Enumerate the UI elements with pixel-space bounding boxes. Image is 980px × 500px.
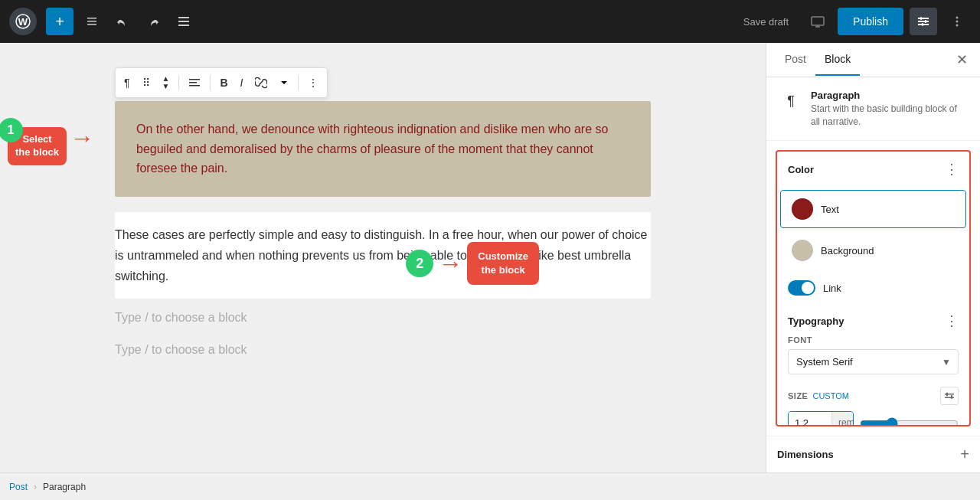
svg-rect-9 — [918, 21, 929, 22]
block-desc: Start with the basic building block of a… — [811, 103, 968, 129]
redo-button[interactable] — [141, 11, 165, 32]
size-input-wrapper: rem — [788, 411, 854, 426]
sidebar-close-button[interactable]: ✕ — [953, 48, 971, 71]
annotation-step2: 2 → Customizethe block — [406, 242, 539, 285]
typography-title: Typography — [788, 315, 844, 327]
font-select-wrapper: System Serif Default System Sans-Serif M… — [788, 349, 959, 374]
link-toggle-switch[interactable] — [788, 280, 815, 296]
svg-rect-13 — [922, 23, 923, 26]
arrow2-icon: → — [438, 250, 462, 278]
svg-rect-21 — [945, 397, 954, 399]
arrow1-icon: → — [70, 124, 94, 152]
svg-rect-11 — [920, 17, 922, 20]
size-slider[interactable] — [860, 417, 959, 426]
size-label: SIZE — [788, 391, 808, 400]
text-color-swatch — [792, 198, 813, 220]
step2-circle: 2 — [406, 250, 433, 277]
block-name: Paragraph — [811, 90, 968, 101]
save-draft-button[interactable]: Save draft — [734, 11, 798, 32]
paragraph-icon-button[interactable]: ¶ — [119, 73, 136, 93]
svg-rect-19 — [189, 85, 200, 87]
text-color-item[interactable]: Text — [780, 190, 966, 228]
bold-button[interactable]: B — [214, 73, 233, 93]
tools-button[interactable] — [80, 11, 104, 32]
alignment-button[interactable] — [183, 73, 206, 93]
size-custom-badge: CUSTOM — [812, 391, 848, 400]
preview-button[interactable] — [804, 8, 831, 35]
publish-button[interactable]: Publish — [838, 8, 903, 35]
svg-rect-2 — [178, 17, 189, 18]
step2-label: Customizethe block — [467, 242, 539, 285]
step1-circle: 1 — [0, 118, 23, 142]
background-color-label: Background — [821, 245, 874, 257]
size-unit: rem — [831, 412, 854, 426]
svg-point-15 — [956, 21, 959, 23]
more-options-button[interactable] — [943, 8, 971, 35]
normal-block[interactable]: These cases are perfectly simple and eas… — [115, 212, 651, 299]
more-text-options-button[interactable] — [274, 74, 294, 91]
svg-rect-8 — [918, 18, 929, 19]
settings-button[interactable] — [910, 8, 937, 35]
size-input[interactable] — [789, 412, 831, 426]
dimensions-title: Dimensions — [777, 449, 834, 460]
normal-text: These cases are perfectly simple and eas… — [115, 224, 651, 287]
svg-rect-4 — [178, 25, 189, 26]
sidebar-tabs: Post Block ✕ — [766, 43, 980, 77]
add-block-button[interactable]: + — [46, 8, 74, 35]
background-color-item[interactable]: Background — [780, 231, 966, 270]
svg-rect-18 — [189, 82, 197, 83]
block-info: ¶ Paragraph Start with the basic buildin… — [766, 77, 980, 142]
topbar: W + Save draft Publish — [0, 0, 980, 43]
editor-content: ¶ ⠿ ▲▼ B I ⋮ — [115, 67, 651, 366]
color-title: Color — [788, 164, 814, 175]
color-menu-button[interactable]: ⋮ — [945, 161, 959, 178]
dimensions-section: Dimensions + — [766, 436, 980, 472]
svg-point-16 — [956, 25, 959, 27]
placeholder-block-1[interactable]: Type / to choose a block — [115, 302, 651, 334]
svg-rect-3 — [178, 21, 189, 22]
highlighted-text: On the other hand, we denounce with righ… — [136, 119, 629, 178]
move-arrows-button[interactable]: ▲▼ — [157, 71, 175, 94]
size-adjust-button[interactable] — [940, 387, 959, 405]
dimensions-add-button[interactable]: + — [960, 446, 969, 463]
size-input-row: rem — [788, 411, 959, 426]
italic-button[interactable]: I — [235, 73, 249, 93]
font-label: FONT — [788, 335, 959, 345]
bottombar: Post › Paragraph — [0, 472, 980, 500]
undo-button[interactable] — [110, 11, 135, 32]
svg-rect-17 — [189, 79, 200, 80]
breadcrumb-separator: › — [34, 482, 37, 492]
svg-rect-22 — [946, 393, 948, 397]
typography-header: Typography ⋮ — [777, 303, 969, 335]
color-panel-header: Color ⋮ — [777, 152, 969, 187]
breadcrumb-post[interactable]: Post — [9, 482, 28, 492]
font-section: FONT System Serif Default System Sans-Se… — [777, 335, 969, 381]
placeholder-text-1: Type / to choose a block — [115, 311, 247, 324]
tab-block[interactable]: Block — [815, 44, 860, 76]
font-select[interactable]: System Serif Default System Sans-Serif M… — [788, 349, 959, 374]
link-button[interactable] — [250, 73, 273, 93]
link-toggle-item: Link — [777, 273, 969, 303]
breadcrumb-current: Paragraph — [43, 482, 86, 492]
color-typography-panel: Color ⋮ Text Background Link Typography — [776, 150, 971, 426]
placeholder-block-2[interactable]: Type / to choose a block — [115, 334, 651, 366]
paragraph-block-icon: ¶ — [779, 90, 803, 114]
tab-post[interactable]: Post — [776, 44, 815, 76]
step1-label: Selectthe block — [15, 133, 59, 158]
wp-logo: W — [9, 8, 37, 35]
main-area: 1 Selectthe block → 2 → Customizethe blo… — [0, 43, 980, 472]
size-header: SIZE CUSTOM — [788, 387, 959, 405]
placeholder-text-2: Type / to choose a block — [115, 343, 247, 356]
annotation-step1: 1 Selectthe block → — [0, 112, 94, 165]
typography-menu-button[interactable]: ⋮ — [945, 312, 959, 329]
size-section: SIZE CUSTOM rem — [777, 381, 969, 426]
block-options-button[interactable]: ⋮ — [302, 73, 324, 93]
list-view-button[interactable] — [172, 11, 196, 32]
svg-rect-5 — [812, 17, 824, 25]
block-toolbar: ¶ ⠿ ▲▼ B I ⋮ — [115, 67, 328, 98]
drag-handle-button[interactable]: ⠿ — [137, 73, 155, 93]
highlighted-block[interactable]: On the other hand, we denounce with righ… — [115, 101, 651, 197]
svg-text:W: W — [18, 16, 28, 28]
editor-area: 1 Selectthe block → 2 → Customizethe blo… — [0, 43, 766, 472]
link-color-label: Link — [823, 283, 841, 294]
